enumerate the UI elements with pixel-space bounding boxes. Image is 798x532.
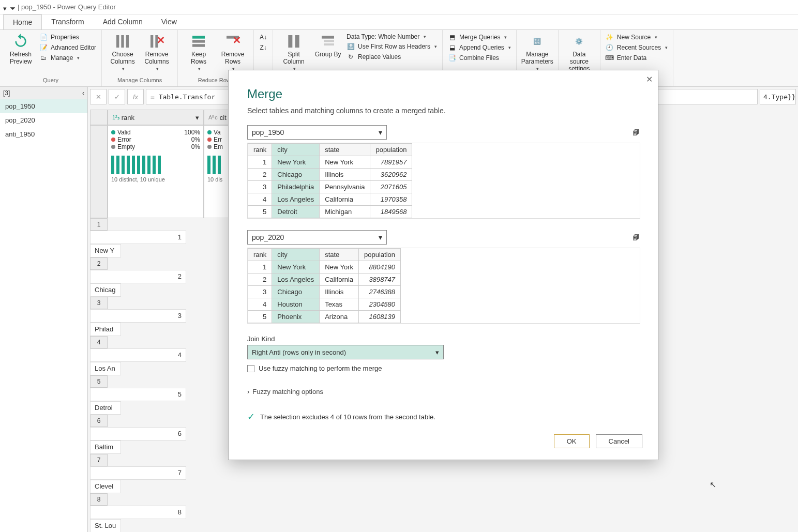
data-source-settings-button[interactable]: ⚙️ Data source settings [564,33,595,72]
commit-formula-button[interactable]: ✓ [109,89,125,104]
properties-button[interactable]: 📄Properties [39,33,96,41]
table-row[interactable]: 4HoustonTexas2304580 [248,298,401,311]
table-row[interactable]: 3PhiladelphiaPennsylvania2071605 [248,181,412,193]
keep-rows-button[interactable]: Keep Rows [183,33,214,71]
table-row[interactable]: 33Philad [90,297,235,336]
enter-data-button[interactable]: ⌨Enter Data [606,54,668,62]
table-row[interactable]: 5PhoenixArizona1608139 [248,311,401,323]
table-row[interactable]: 22Chicag [90,257,235,297]
table2-select[interactable]: pop_2020▾ [247,230,387,245]
column-header-rank[interactable]: 1²₃ rank ▾ [108,110,204,125]
data-type-button[interactable]: Data Type: Whole Number [347,33,437,40]
table1-select[interactable]: pop_1950▾ [247,125,387,140]
cancel-button[interactable]: Cancel [596,434,642,448]
refresh-icon [12,33,29,50]
first-row-headers-button[interactable]: 🔝Use First Row as Headers [347,42,437,51]
split-column-button[interactable]: Split Column [278,33,309,71]
svg-rect-4 [155,35,158,48]
properties-icon: 📄 [39,33,48,41]
replace-icon: ↻ [347,53,355,61]
svg-rect-7 [192,44,205,47]
chevron-down-icon: ▾ [435,348,439,356]
choose-columns-button[interactable]: Choose Columns [107,33,138,71]
query-item-pop2020[interactable]: pop_2020 [0,113,87,127]
replace-values-button[interactable]: ↻Replace Values [347,53,437,61]
recent-sources-button[interactable]: 🕘Recent Sources [606,43,668,52]
refresh-preview-button[interactable]: Refresh Preview [5,33,36,65]
table-row[interactable]: 88St. Lou [90,493,235,532]
grid-corner[interactable] [90,110,108,125]
dialog-title: Merge [247,87,639,101]
combine-files-button[interactable]: 📑Combine Files [448,54,511,62]
table-row[interactable]: 55Detroi [90,375,235,415]
join-kind-select[interactable]: Right Anti (rows only in second)▾ [247,345,444,359]
manage-button[interactable]: 🗂Manage [39,54,96,62]
fuzzy-match-label: Use fuzzy matching to perform the merge [259,364,382,372]
table-row[interactable]: 77Clevel [90,454,235,493]
cursor-icon: ↖ [710,480,716,490]
refresh-preview-icon[interactable]: 🗐 [633,129,639,136]
ok-button[interactable]: OK [554,434,590,448]
query-item-anti1950[interactable]: anti_1950 [0,127,87,141]
advanced-editor-button[interactable]: 📝Advanced Editor [39,43,96,52]
datatype-text-icon: Aᴮc [208,114,218,121]
sort-desc-button[interactable]: Z↓ [259,43,267,52]
svg-rect-0 [116,35,119,48]
append-queries-button[interactable]: ⬓Append Queries [448,43,511,52]
svg-rect-12 [324,40,334,42]
table-row[interactable]: 2ChicagoIllinois3620962 [248,169,412,181]
dialog-subtitle: Select tables and matching columns to cr… [247,107,639,115]
table-row[interactable]: 4Los AngelesCalifornia1970358 [248,193,412,206]
tab-add-column[interactable]: Add Column [94,14,152,29]
recent-icon: 🕘 [606,43,614,52]
new-source-button[interactable]: ✨New Source [606,33,668,41]
refresh-preview-icon[interactable]: 🗐 [633,234,639,241]
table-row[interactable]: 3ChicagoIllinois2746388 [248,286,401,298]
combine-icon: 📑 [448,54,456,62]
table-row[interactable]: 66Baltim [90,415,235,454]
manage-parameters-button[interactable]: 🔣 Manage Parameters [522,33,553,71]
remove-columns-button[interactable]: Remove Columns [141,33,172,71]
svg-rect-5 [192,36,205,38]
table2-preview[interactable]: rank city state population 1New YorkNew … [247,248,640,324]
table1-preview[interactable]: rank city state population 1New YorkNew … [247,143,640,219]
formula-tail: 4.Type}}) [760,89,796,104]
close-icon[interactable]: ✕ [646,74,653,84]
query-item-pop1950[interactable]: pop_1950 [0,99,87,113]
tab-home[interactable]: Home [3,14,42,29]
fuzzy-match-checkbox[interactable] [247,365,254,372]
fuzzy-options-expander[interactable]: Fuzzy matching options [247,388,639,396]
gear-icon: ⚙️ [571,33,588,50]
table-row[interactable]: 1New YorkNew York8804190 [248,261,401,273]
group-label-managecols: Manage Columns [117,77,162,83]
quick-access-toolbar[interactable]: ▾⏷ [3,5,14,10]
split-icon [285,33,302,50]
table-row[interactable]: 5DetroitMichigan1849568 [248,206,412,218]
enter-data-icon: ⌨ [606,54,614,62]
params-icon: 🔣 [529,33,546,50]
sort-asc-button[interactable]: A↓ [259,33,267,41]
fx-button[interactable]: fx [127,89,144,104]
collapse-pane-icon[interactable]: ‹ [82,89,84,97]
tab-transform[interactable]: Transform [42,14,93,29]
group-by-button[interactable]: Group By [312,33,343,58]
chevron-down-icon: ▾ [379,233,382,241]
table-row[interactable]: 11New Y [90,218,235,257]
new-source-icon: ✨ [606,33,614,41]
merge-queries-button[interactable]: ⬒Merge Queries [448,33,511,41]
table-row[interactable]: 2Los AngelesCalifornia3898747 [248,273,401,286]
table-row[interactable]: 44Los An [90,336,235,375]
join-kind-label: Join Kind [247,335,639,343]
column-dropdown-icon[interactable]: ▾ [195,114,199,121]
svg-rect-9 [288,35,292,48]
manage-icon: 🗂 [39,54,48,62]
remove-rows-button[interactable]: Remove Rows [217,33,248,71]
svg-rect-3 [150,35,153,48]
table-row[interactable]: 1New YorkNew York7891957 [248,156,412,169]
svg-rect-6 [192,40,205,42]
tab-view[interactable]: View [152,14,186,29]
cancel-formula-button[interactable]: ✕ [90,89,107,104]
svg-rect-13 [324,43,334,45]
sort-asc-icon: A↓ [259,33,267,41]
group-icon [320,33,336,50]
